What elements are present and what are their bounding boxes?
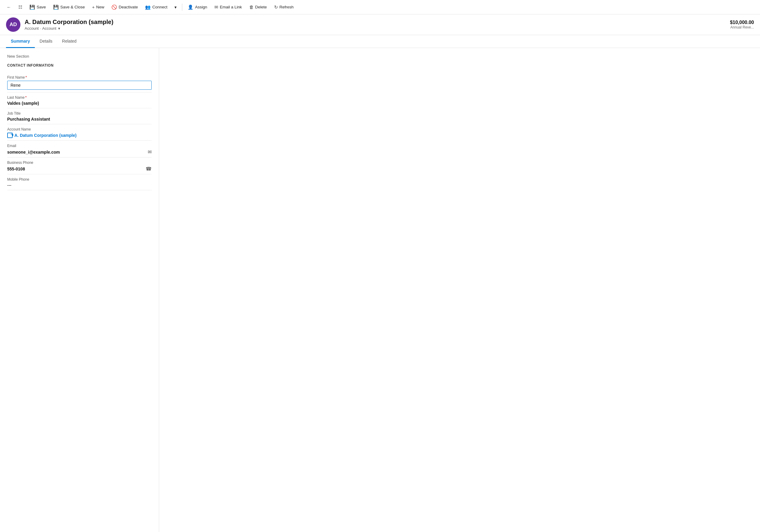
job-title-value: Purchasing Assistant [7,117,152,121]
tabs-bar: Summary Details Related [0,35,760,48]
record-icon: ☷ [18,5,22,10]
field-email: Email someone_i@example.com ✉ [7,141,152,157]
account-link-icon [7,133,13,138]
right-panel [159,48,760,532]
delete-icon: 🗑 [249,5,254,10]
first-name-required-star: * [25,75,27,79]
entity-header-left: AD A. Datum Corporation (sample) Account… [6,18,114,32]
back-icon: ← [7,5,11,10]
email-action-icon[interactable]: ✉ [148,149,152,155]
save-icon: 💾 [29,5,35,10]
tab-summary-label: Summary [11,39,30,44]
field-last-name-label: Last Name * [7,95,152,100]
delete-button[interactable]: 🗑 Delete [246,3,270,11]
refresh-button[interactable]: ↻ Refresh [271,3,297,12]
new-icon: + [92,5,95,10]
left-panel: New Section CONTACT INFORMATION First Na… [0,48,159,532]
phone-action-icon[interactable]: ☎ [146,166,152,172]
toolbar: ← ☷ 💾 Save 💾 Save & Close + New 🚫 Deacti… [0,0,760,15]
connect-icon: 👥 [145,5,151,10]
new-button[interactable]: + New [89,3,108,11]
avatar: AD [6,18,21,32]
breadcrumb-1: Account [24,26,39,31]
email-link-icon: ✉ [214,5,218,10]
save-close-button[interactable]: 💾 Save & Close [50,3,88,12]
field-account-name: Account Name A. Datum Corporation (sampl… [7,124,152,141]
deactivate-icon: 🚫 [112,5,117,10]
business-phone-field-row: 555-0108 ☎ [7,166,152,172]
tab-related[interactable]: Related [57,35,81,48]
delete-label: Delete [255,5,267,9]
more-button[interactable]: ▾ [171,3,179,11]
field-mobile-phone-label: Mobile Phone [7,177,152,182]
business-phone-value: 555-0108 [7,166,25,171]
tab-summary[interactable]: Summary [6,35,35,48]
record-icon-button[interactable]: ☷ [15,3,25,12]
entity-revenue-label: Annual Reve... [730,25,754,29]
save-close-icon: 💾 [53,5,59,10]
main-content: New Section CONTACT INFORMATION First Na… [0,48,760,532]
email-link-label: Email a Link [220,5,242,9]
field-job-title-label: Job Title [7,111,152,115]
connect-label: Connect [152,5,167,9]
more-chevron-icon: ▾ [174,5,176,10]
deactivate-label: Deactivate [119,5,138,9]
email-value: someone_i@example.com [7,150,60,155]
email-field-row: someone_i@example.com ✉ [7,149,152,155]
field-business-phone: Business Phone 555-0108 ☎ [7,157,152,174]
field-last-name: Last Name * Valdes (sample) [7,92,152,108]
last-name-required-star: * [25,95,27,100]
refresh-label: Refresh [280,5,294,9]
account-name-link[interactable]: A. Datum Corporation (sample) [7,133,152,138]
toolbar-divider-1 [182,4,182,11]
assign-label: Assign [195,5,207,9]
account-name-value: A. Datum Corporation (sample) [15,133,76,138]
tab-details-label: Details [40,39,53,44]
deactivate-button[interactable]: 🚫 Deactivate [108,3,141,12]
refresh-icon: ↻ [274,5,278,10]
new-label: New [96,5,104,9]
entity-header-right: $10,000.00 Annual Reve... [730,20,754,29]
connect-button[interactable]: 👥 Connect [142,3,170,12]
contact-fields: First Name * Last Name * Valdes (sample)… [7,72,152,190]
entity-revenue: $10,000.00 [730,20,754,25]
email-link-button[interactable]: ✉ Email a Link [212,3,245,12]
back-button[interactable]: ← [4,3,14,11]
field-business-phone-label: Business Phone [7,160,152,165]
contact-section-title: CONTACT INFORMATION [7,63,152,67]
field-job-title: Job Title Purchasing Assistant [7,108,152,124]
field-first-name-label: First Name * [7,75,152,79]
first-name-input[interactable] [7,81,152,90]
entity-title: A. Datum Corporation (sample) [24,19,114,25]
assign-button[interactable]: 👤 Assign [185,3,210,12]
breadcrumb-2: Account [42,26,57,31]
save-label: Save [37,5,46,9]
breadcrumb-chevron-icon[interactable]: ▼ [58,27,61,30]
field-email-label: Email [7,144,152,148]
entity-info: A. Datum Corporation (sample) Account · … [24,19,114,31]
tab-details[interactable]: Details [35,35,57,48]
breadcrumb-separator: · [40,26,41,31]
field-mobile-phone: Mobile Phone --- [7,174,152,190]
last-name-value: Valdes (sample) [7,101,152,106]
assign-icon: 👤 [188,5,193,10]
entity-header: AD A. Datum Corporation (sample) Account… [0,15,760,35]
tab-related-label: Related [62,39,76,44]
save-button[interactable]: 💾 Save [26,3,49,12]
entity-subtitle: Account · Account ▼ [24,26,114,31]
mobile-phone-value: --- [7,183,152,188]
save-close-label: Save & Close [60,5,85,9]
new-section-header: New Section [7,54,152,59]
field-account-name-label: Account Name [7,127,152,131]
field-first-name: First Name * [7,72,152,92]
